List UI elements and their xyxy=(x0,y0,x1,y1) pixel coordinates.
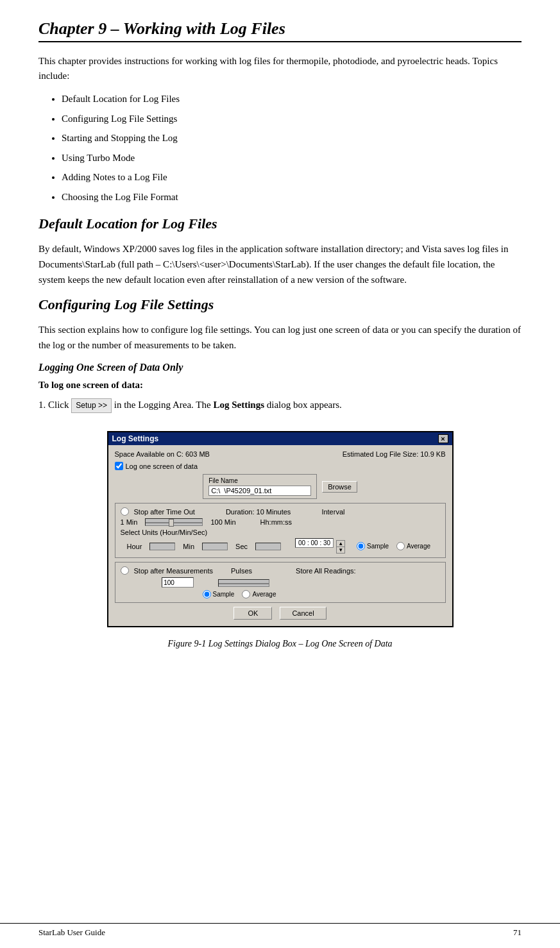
dialog-buttons-row: OK Cancel xyxy=(115,607,446,620)
sample-average-group2: Sample Average xyxy=(203,590,276,598)
step1-bold: Log Settings xyxy=(213,400,264,410)
timeout-row1: Stop after Time Out Duration: 10 Minutes… xyxy=(121,507,440,516)
stop-measurements-radio[interactable] xyxy=(121,566,129,575)
average-label1: Average xyxy=(407,543,430,550)
duration-label: Duration: 10 Minutes xyxy=(226,508,291,516)
footer: StarLab User Guide 71 xyxy=(0,923,560,938)
subsection-title: Logging One Screen of Data Only xyxy=(38,362,522,373)
time-value-label: 00 : 00 : 30 ▲ ▼ xyxy=(295,539,345,554)
store-all-label: Store All Readings: xyxy=(296,567,356,575)
chapter-title: Chapter 9 – Working with Log Files xyxy=(38,19,522,42)
time-display: 00 : 00 : 30 xyxy=(295,538,334,548)
checkbox-row: Log one screen of data xyxy=(115,462,446,470)
min2-label: Min xyxy=(183,543,194,550)
intro-text: This chapter provides instructions for w… xyxy=(38,54,522,83)
hhmm-label: Hh:mm:ss xyxy=(260,518,293,526)
step1-prefix: 1. Click xyxy=(38,400,71,410)
filename-row: File Name Browse xyxy=(115,474,446,499)
setup-button[interactable]: Setup >> xyxy=(71,398,112,413)
sec-slider[interactable] xyxy=(255,543,281,550)
stop-timeout-radio[interactable] xyxy=(121,507,129,516)
timeout-row4: Hour Min Sec 00 : 00 : 30 ▲ ▼ xyxy=(121,539,440,554)
filename-label: File Name xyxy=(208,477,238,484)
measurements-row3: Sample Average xyxy=(121,590,440,598)
sample-average-group1: Sample Average xyxy=(357,542,430,550)
hour-slider[interactable] xyxy=(149,543,175,550)
select-units-label: Select Units (Hour/Min/Sec) xyxy=(121,529,208,536)
dialog-top-row: Space Available on C: 603 MB Estimated L… xyxy=(115,450,446,458)
measurements-section: Stop after Measurements Pulses Store All… xyxy=(115,562,446,603)
footer-right: 71 xyxy=(513,927,522,938)
section2-text: This section explains how to configure l… xyxy=(38,322,522,353)
sec-label: Sec xyxy=(235,543,248,550)
min-slider[interactable] xyxy=(202,543,228,550)
max-label: 100 Min xyxy=(210,518,235,526)
measurements-row2 xyxy=(121,577,440,588)
space-available-label: Space Available on C: 603 MB xyxy=(115,450,210,458)
measurements-row1: Stop after Measurements Pulses Store All… xyxy=(121,566,440,575)
stop-measurements-label: Stop after Measurements xyxy=(134,567,214,575)
log-settings-dialog: Log Settings × Space Available on C: 603… xyxy=(107,431,454,627)
sample-label1: Sample xyxy=(367,543,389,550)
section2-title: Configuring Log File Settings xyxy=(38,296,522,313)
dialog-title: Log Settings xyxy=(112,434,159,443)
average-radio2[interactable] xyxy=(242,590,250,598)
timeout-row3: Select Units (Hour/Min/Sec) xyxy=(121,529,440,536)
browse-button[interactable]: Browse xyxy=(322,481,357,493)
step1-row: 1. Click Setup >> in the Logging Area. T… xyxy=(38,397,522,419)
step1-suffix: in the Logging Area. The xyxy=(112,400,213,410)
duration-slider[interactable] xyxy=(145,518,203,526)
estimated-size-label: Estimated Log File Size: 10.9 KB xyxy=(343,450,446,458)
sample-radio1-item: Sample xyxy=(357,542,389,550)
list-item: Choosing the Log File Format xyxy=(62,190,522,205)
interval-label: Interval xyxy=(321,508,344,516)
pulses-label: Pulses xyxy=(231,567,252,575)
footer-left: StarLab User Guide xyxy=(38,927,105,938)
average-radio2-item: Average xyxy=(242,590,276,598)
checkbox-label: Log one screen of data xyxy=(126,462,198,470)
average-radio1[interactable] xyxy=(396,542,405,550)
step1-end: dialog box appears. xyxy=(264,400,342,410)
sample-radio1[interactable] xyxy=(357,542,365,550)
list-item: Configuring Log File Settings xyxy=(62,112,522,126)
spacer xyxy=(133,579,157,586)
dialog-close-button[interactable]: × xyxy=(438,434,448,443)
cancel-button[interactable]: Cancel xyxy=(280,607,326,620)
filename-group: File Name xyxy=(203,474,317,499)
sample-label2: Sample xyxy=(213,591,235,598)
hour-label: Hour xyxy=(127,543,142,550)
list-item: Starting and Stopping the Log xyxy=(62,131,522,146)
page-container: Chapter 9 – Working with Log Files This … xyxy=(0,0,560,948)
bullet-list: Default Location for Log Files Configuri… xyxy=(62,92,522,204)
average-label2: Average xyxy=(252,591,276,598)
section1-title: Default Location for Log Files xyxy=(38,216,522,232)
pulses-input[interactable] xyxy=(162,577,194,588)
time-out-section: Stop after Time Out Duration: 10 Minutes… xyxy=(115,503,446,558)
list-item: Adding Notes to a Log File xyxy=(62,170,522,185)
measurements-inner: Stop after Measurements Pulses Store All… xyxy=(121,566,440,598)
time-out-inner: Stop after Time Out Duration: 10 Minutes… xyxy=(121,507,440,554)
min-label: 1 Min xyxy=(121,518,138,526)
list-item: Using Turbo Mode xyxy=(62,151,522,165)
ok-button[interactable]: OK xyxy=(233,607,272,620)
time-up-arrow[interactable]: ▲ xyxy=(337,541,344,547)
procedure-title: To log one screen of data: xyxy=(38,380,522,391)
store-slider-area xyxy=(218,579,269,587)
section1-text: By default, Windows XP/2000 saves log fi… xyxy=(38,241,522,287)
average-radio1-item: Average xyxy=(396,542,430,550)
timeout-row2: 1 Min 100 Min Hh:mm:ss xyxy=(121,518,440,526)
step1-text: 1. Click Setup >> in the Logging Area. T… xyxy=(38,397,342,413)
sample-radio2-item: Sample xyxy=(203,590,235,598)
dialog-body: Space Available on C: 603 MB Estimated L… xyxy=(108,445,452,626)
dialog-titlebar: Log Settings × xyxy=(108,432,452,445)
list-item: Default Location for Log Files xyxy=(62,92,522,106)
filename-input[interactable] xyxy=(208,486,311,496)
figure-caption: Figure 9-1 Log Settings Dialog Box – Log… xyxy=(38,639,522,649)
sample-radio2[interactable] xyxy=(203,590,211,598)
time-down-arrow[interactable]: ▼ xyxy=(337,547,344,553)
store-slider[interactable] xyxy=(218,579,269,587)
log-one-screen-checkbox[interactable] xyxy=(115,462,123,470)
stop-timeout-label: Stop after Time Out xyxy=(134,508,195,516)
